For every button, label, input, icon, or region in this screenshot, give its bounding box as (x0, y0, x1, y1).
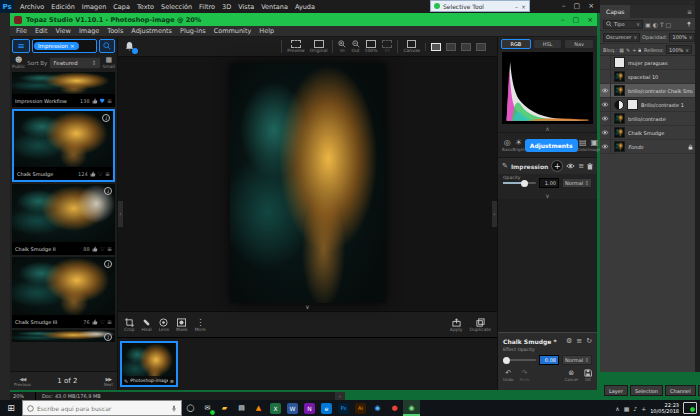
panel-collapse-down[interactable]: ∨ (498, 192, 597, 199)
tab-hsl[interactable]: HSL (533, 39, 563, 49)
favorite-icon[interactable]: ♥ (100, 97, 105, 104)
taskbar-icon-word[interactable]: W (284, 400, 301, 416)
ps-menu-3d[interactable]: 3D (222, 3, 231, 11)
lens-tool-button[interactable]: Lens (159, 318, 169, 332)
hamburger-menu-button[interactable]: ≡ (12, 39, 30, 53)
ps-menu-archivo[interactable]: Archivo (20, 3, 44, 11)
image-tab[interactable]: ▣Image (588, 138, 601, 152)
action-center-button[interactable] (683, 402, 697, 414)
ps-minimize-button[interactable]: – (562, 0, 566, 13)
tab-nav[interactable]: Nav (564, 39, 594, 49)
selective-tool-close-button[interactable]: × (521, 3, 526, 10)
canvas-color-button[interactable]: Canvas (403, 40, 420, 53)
tz-menu-edit[interactable]: Edit (35, 27, 48, 35)
layer-row-brillo-contraste-1[interactable]: Brillo/contraste 1 (600, 98, 695, 112)
ps-maximize-button[interactable]: ▢ (574, 0, 581, 13)
tz-menu-plugins[interactable]: Plug-ins (180, 27, 206, 35)
visibility-toggle[interactable] (600, 70, 611, 84)
ok-button[interactable]: OK (584, 369, 592, 382)
ps-menu-vista[interactable]: Vista (238, 3, 254, 11)
fill-dropdown[interactable]: 100% ∨ (666, 45, 692, 54)
impression-adjustment-header[interactable]: ✎ Impression + ≡ (498, 158, 597, 174)
search-tag[interactable]: Impression × (34, 42, 79, 50)
crop-tool-button[interactable]: Crop (124, 318, 135, 332)
tz-menu-tools[interactable]: Tools (107, 27, 123, 35)
taskbar-icon-topaz-active[interactable]: ◉ (403, 400, 420, 416)
blend-mode-dropdown-ps[interactable]: Oscurecer ∨ (603, 33, 640, 42)
opacity-dropdown[interactable]: 100% ∨ (669, 33, 695, 42)
ps-menu-texto[interactable]: Texto (137, 3, 154, 11)
zoom-fit-button[interactable]: Fit (382, 40, 392, 53)
apply-button[interactable]: Apply (450, 318, 463, 332)
preset-card-impression-workflow[interactable]: Impression Workflow 138 ♥ ≡ (12, 72, 115, 107)
taskbar-icon-illustrator[interactable]: Ai (352, 400, 369, 416)
preset-menu-icon[interactable]: ≡ (107, 245, 112, 252)
info-icon[interactable]: i (104, 333, 112, 341)
taskbar-icon-chrome[interactable]: ● (386, 400, 403, 416)
tz-menu-image[interactable]: Image (79, 27, 99, 35)
notifications-button[interactable] (124, 41, 135, 52)
view-compare-button[interactable] (476, 43, 486, 51)
tz-menu-adjustments[interactable]: Adjustments (131, 27, 172, 35)
taskbar-icon-cortana[interactable]: ◯ (182, 400, 199, 416)
ps-menu-seleccion[interactable]: Selección (161, 3, 192, 11)
taskbar-icon-skype[interactable]: ◉ (369, 400, 386, 416)
adjustment-menu-icon[interactable]: ≡ (578, 162, 584, 170)
lock-transparency-icon[interactable]: ▦ (619, 47, 624, 53)
tray-expand-icon[interactable]: ∧ (615, 405, 619, 412)
original-button[interactable]: Original (310, 40, 328, 53)
opacity-slider[interactable]: Opacity (503, 182, 536, 184)
preset-card-partial[interactable]: i (12, 330, 115, 342)
info-icon[interactable]: i (102, 114, 110, 122)
effect-blend-dropdown[interactable]: Normal ⇕ (562, 355, 592, 365)
ps-menu-filtro[interactable]: Filtro (199, 3, 215, 11)
opacity-value[interactable]: 1.00 (539, 178, 559, 188)
channel-button[interactable]: Channel (665, 385, 696, 396)
thumbs-up-icon[interactable] (90, 171, 96, 177)
start-button[interactable]: ⊞ (0, 400, 22, 416)
preset-card-chalk-smudge[interactable]: i Chalk Smudge 124 ♡ ≡ (12, 109, 115, 182)
add-adjustment-button[interactable]: + (551, 160, 563, 172)
basic-tab[interactable]: ◎Basic (502, 138, 513, 152)
collapse-left-handle[interactable]: ‹ (118, 201, 123, 227)
duplicate-button[interactable]: Duplicate (470, 318, 491, 332)
tz-menu-file[interactable]: File (16, 27, 27, 35)
lock-move-icon[interactable]: + (632, 47, 636, 53)
layer-row-brillo-contraste[interactable]: brillo/contraste (600, 112, 695, 126)
topaz-close-button[interactable]: × (587, 16, 593, 24)
taskbar-clock[interactable]: 22:23 10/05/2018 (650, 402, 679, 414)
ps-menu-ayuda[interactable]: Ayuda (295, 3, 315, 11)
visibility-toggle[interactable] (600, 126, 611, 140)
view-single-button[interactable] (431, 43, 441, 51)
public-filter-button[interactable]: ☻ Public (12, 56, 25, 69)
reset-icon[interactable]: ↻ (586, 337, 592, 345)
taskbar-icon-photoshop[interactable]: Ps (335, 400, 352, 416)
visibility-toggle[interactable] (600, 84, 611, 98)
opacity-slider-knob[interactable] (521, 180, 528, 187)
topaz-minimize-button[interactable]: – (561, 16, 565, 24)
ps-close-button[interactable]: × (588, 0, 594, 13)
taskbar-icon-notepad[interactable]: ▤ (233, 400, 250, 416)
previous-page-button[interactable]: ◀◀ Previous (14, 376, 31, 387)
effect-opacity-slider[interactable] (503, 359, 536, 361)
collapse-right-handle[interactable]: › (492, 201, 497, 227)
next-page-button[interactable]: ▶▶ Next (104, 376, 113, 387)
filmstrip-thumbnail[interactable]: ✎ Photoshop-image ⊗ (120, 341, 178, 387)
taskbar-icon-excel[interactable]: X (267, 400, 284, 416)
filter-pixel-icon[interactable]: ▣ (645, 21, 651, 28)
cancel-button[interactable]: ⊗Cancel (564, 369, 578, 382)
zoom-out-button[interactable]: Out (351, 40, 359, 53)
heal-tool-button[interactable]: Heal (142, 318, 152, 332)
filter-type-icon[interactable]: T (660, 21, 664, 28)
taskbar-icon-mail[interactable]: ✉ (199, 400, 216, 416)
panel-menu-icon[interactable]: ≡ (687, 8, 692, 15)
trash-icon[interactable] (587, 163, 593, 170)
tz-menu-community[interactable]: Community (214, 27, 252, 35)
visibility-toggle[interactable] (600, 140, 611, 154)
visibility-toggle[interactable] (600, 98, 611, 112)
filter-adjustment-icon[interactable]: ◐ (653, 21, 658, 28)
collapse-bottom-icon[interactable]: ∨ (305, 303, 309, 310)
filter-shape-icon[interactable]: ▢ (666, 21, 672, 28)
selection-button[interactable]: Selection (630, 385, 663, 396)
undo-button[interactable]: ↶Undo (503, 369, 513, 382)
